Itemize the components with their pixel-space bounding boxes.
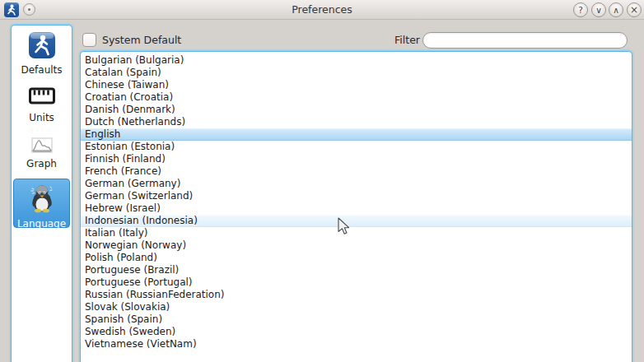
language-list-item[interactable]: Danish (Denmark) xyxy=(81,104,632,116)
close-button[interactable]: × xyxy=(627,2,642,17)
language-list-item[interactable]: Polish (Poland) xyxy=(81,252,632,264)
window-title: Preferences xyxy=(0,0,644,20)
language-list-item[interactable]: Slovak (Slovakia) xyxy=(81,301,632,313)
language-list-item[interactable]: Swedish (Sweden) xyxy=(81,326,632,338)
penguin-icon xyxy=(14,183,69,216)
language-list-item[interactable]: German (Switzerland) xyxy=(81,190,632,202)
language-list-item[interactable]: Russian (RussianFederation) xyxy=(81,289,632,301)
system-default-label: System Default xyxy=(102,34,181,46)
language-list-item[interactable]: Estonian (Estonia) xyxy=(81,141,632,153)
language-list-item[interactable]: Portuguese (Brazil) xyxy=(81,264,632,276)
sidebar-item-defaults[interactable]: Defaults xyxy=(13,30,70,76)
sidebar-item-label: Units xyxy=(13,112,70,123)
shade-button[interactable]: ∨ xyxy=(591,2,606,17)
sidebar-item-language[interactable]: Language xyxy=(13,179,70,228)
language-list-item[interactable]: Hebrew (Israel) xyxy=(81,202,632,215)
graph-icon xyxy=(13,137,70,156)
system-default-checkbox[interactable] xyxy=(82,33,96,47)
language-list-item[interactable]: Finnish (Finland) xyxy=(81,153,632,165)
language-list-item[interactable]: Spanish (Spain) xyxy=(81,313,632,326)
language-list-item[interactable]: English xyxy=(81,128,632,141)
sidebar-item-graph[interactable]: Graph xyxy=(13,137,70,169)
filter-input[interactable] xyxy=(422,32,628,49)
ruler-icon xyxy=(13,85,70,110)
sidebar-item-label: Language xyxy=(14,218,69,230)
titlebar: Preferences ? ∨ ∧ × xyxy=(0,0,644,20)
unshade-button[interactable]: ∧ xyxy=(609,2,623,17)
language-list-item[interactable]: French (France) xyxy=(81,165,632,178)
filter-label: Filter xyxy=(394,34,420,46)
language-list-item[interactable]: German (Germany) xyxy=(81,178,632,190)
hiker-icon xyxy=(13,30,70,63)
language-list-item[interactable]: Bulgarian (Bulgaria) xyxy=(81,54,632,67)
language-list-item[interactable]: Indonesian (Indonesia) xyxy=(81,215,632,227)
language-list-item[interactable]: Catalan (Spain) xyxy=(81,67,632,79)
sidebar-item-label: Graph xyxy=(13,158,70,169)
language-list: Bulgarian (Bulgaria)Catalan (Spain)Chine… xyxy=(80,51,632,362)
language-list-item[interactable]: Dutch (Netherlands) xyxy=(81,116,632,128)
language-list-item[interactable]: Portuguese (Portugal) xyxy=(81,276,632,289)
language-list-item[interactable]: Chinese (Taiwan) xyxy=(81,79,632,91)
language-list-item[interactable]: Norwegian (Norway) xyxy=(81,239,632,252)
preferences-sidebar: Defaults Units Graph xyxy=(11,25,72,362)
sidebar-item-units[interactable]: Units xyxy=(13,85,70,123)
sidebar-item-label: Defaults xyxy=(13,64,70,76)
language-list-item[interactable]: Croatian (Croatia) xyxy=(81,91,632,104)
language-list-item[interactable]: Italian (Italy) xyxy=(81,227,632,239)
language-list-item[interactable]: Vietnamese (VietNam) xyxy=(81,338,632,350)
help-button[interactable]: ? xyxy=(573,2,588,17)
